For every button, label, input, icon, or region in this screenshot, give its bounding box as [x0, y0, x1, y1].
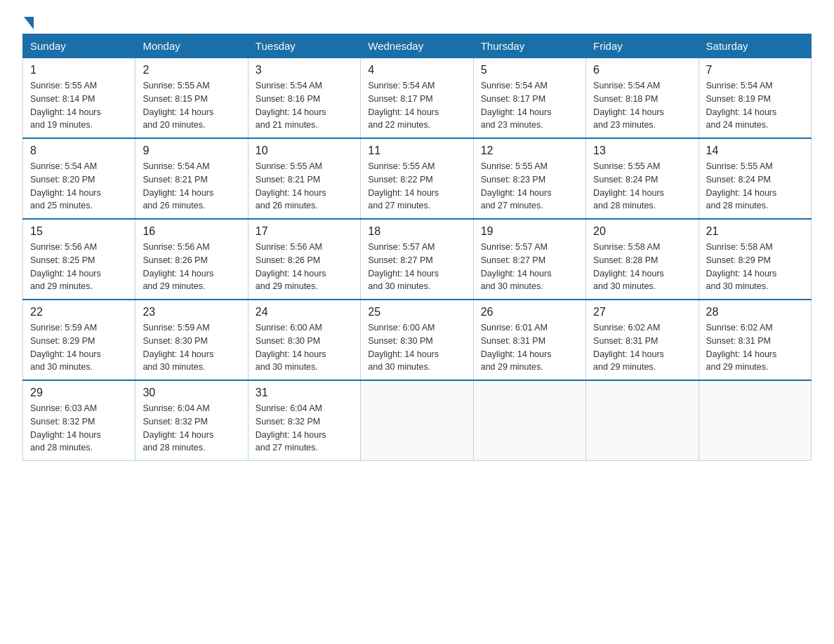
calendar-cell: 11Sunrise: 5:55 AMSunset: 8:22 PMDayligh…: [361, 138, 473, 219]
calendar-cell: 12Sunrise: 5:55 AMSunset: 8:23 PMDayligh…: [473, 138, 585, 219]
day-info: Sunrise: 6:02 AMSunset: 8:31 PMDaylight:…: [706, 321, 804, 374]
calendar-cell: 29Sunrise: 6:03 AMSunset: 8:32 PMDayligh…: [23, 380, 135, 461]
day-number: 7: [706, 64, 804, 76]
calendar-cell: 15Sunrise: 5:56 AMSunset: 8:25 PMDayligh…: [23, 219, 135, 300]
calendar-header-row: SundayMondayTuesdayWednesdayThursdayFrid…: [23, 34, 812, 58]
column-header-saturday: Saturday: [699, 34, 811, 58]
day-number: 2: [143, 64, 240, 76]
page-header: [22, 17, 812, 28]
day-number: 21: [706, 225, 804, 238]
day-number: 14: [706, 145, 804, 157]
day-info: Sunrise: 5:58 AMSunset: 8:28 PMDaylight:…: [593, 241, 691, 293]
day-info: Sunrise: 5:55 AMSunset: 8:24 PMDaylight:…: [706, 160, 804, 213]
column-header-monday: Monday: [135, 34, 248, 58]
day-number: 17: [256, 225, 353, 238]
calendar-cell: 16Sunrise: 5:56 AMSunset: 8:26 PMDayligh…: [135, 219, 248, 300]
day-info: Sunrise: 5:59 AMSunset: 8:29 PMDaylight:…: [30, 321, 128, 374]
calendar-cell: [361, 380, 473, 461]
calendar-cell: 8Sunrise: 5:54 AMSunset: 8:20 PMDaylight…: [23, 138, 135, 219]
day-info: Sunrise: 6:03 AMSunset: 8:32 PMDaylight:…: [30, 402, 128, 455]
calendar-table: SundayMondayTuesdayWednesdayThursdayFrid…: [22, 34, 812, 461]
day-info: Sunrise: 5:54 AMSunset: 8:20 PMDaylight:…: [30, 160, 128, 213]
calendar-cell: 17Sunrise: 5:56 AMSunset: 8:26 PMDayligh…: [248, 219, 360, 300]
calendar-week-4: 22Sunrise: 5:59 AMSunset: 8:29 PMDayligh…: [23, 300, 812, 380]
calendar-cell: 4Sunrise: 5:54 AMSunset: 8:17 PMDaylight…: [361, 58, 473, 139]
logo-arrow-icon: [24, 17, 34, 29]
day-info: Sunrise: 5:55 AMSunset: 8:23 PMDaylight:…: [481, 160, 578, 213]
calendar-cell: 1Sunrise: 5:55 AMSunset: 8:14 PMDaylight…: [23, 58, 135, 139]
day-info: Sunrise: 6:01 AMSunset: 8:31 PMDaylight:…: [481, 321, 578, 374]
day-info: Sunrise: 5:57 AMSunset: 8:27 PMDaylight:…: [481, 241, 578, 293]
calendar-week-3: 15Sunrise: 5:56 AMSunset: 8:25 PMDayligh…: [23, 219, 812, 300]
day-info: Sunrise: 6:00 AMSunset: 8:30 PMDaylight:…: [256, 321, 353, 374]
day-info: Sunrise: 5:54 AMSunset: 8:21 PMDaylight:…: [143, 160, 240, 213]
calendar-cell: 5Sunrise: 5:54 AMSunset: 8:17 PMDaylight…: [473, 58, 585, 139]
column-header-tuesday: Tuesday: [248, 34, 360, 58]
calendar-cell: 19Sunrise: 5:57 AMSunset: 8:27 PMDayligh…: [473, 219, 585, 300]
calendar-cell: 30Sunrise: 6:04 AMSunset: 8:32 PMDayligh…: [135, 380, 248, 461]
calendar-cell: [586, 380, 699, 461]
day-number: 15: [30, 225, 128, 238]
day-number: 16: [143, 225, 240, 238]
calendar-cell: [473, 380, 585, 461]
calendar-cell: 7Sunrise: 5:54 AMSunset: 8:19 PMDaylight…: [699, 58, 811, 139]
day-info: Sunrise: 5:55 AMSunset: 8:22 PMDaylight:…: [368, 160, 465, 213]
day-number: 3: [256, 64, 353, 76]
calendar-cell: 27Sunrise: 6:02 AMSunset: 8:31 PMDayligh…: [586, 300, 699, 380]
column-header-thursday: Thursday: [473, 34, 585, 58]
day-info: Sunrise: 5:54 AMSunset: 8:17 PMDaylight:…: [368, 79, 465, 132]
day-info: Sunrise: 6:04 AMSunset: 8:32 PMDaylight:…: [143, 402, 240, 455]
calendar-cell: 3Sunrise: 5:54 AMSunset: 8:16 PMDaylight…: [248, 58, 360, 139]
calendar-cell: 26Sunrise: 6:01 AMSunset: 8:31 PMDayligh…: [473, 300, 585, 380]
day-number: 22: [30, 306, 128, 318]
day-info: Sunrise: 5:55 AMSunset: 8:15 PMDaylight:…: [143, 79, 240, 132]
day-number: 5: [481, 64, 578, 76]
day-number: 27: [593, 306, 691, 318]
calendar-cell: [699, 380, 811, 461]
calendar-week-5: 29Sunrise: 6:03 AMSunset: 8:32 PMDayligh…: [23, 380, 812, 461]
day-number: 4: [368, 64, 465, 76]
day-number: 13: [593, 145, 691, 157]
calendar-cell: 23Sunrise: 5:59 AMSunset: 8:30 PMDayligh…: [135, 300, 248, 380]
day-info: Sunrise: 5:55 AMSunset: 8:14 PMDaylight:…: [30, 79, 128, 132]
day-info: Sunrise: 5:54 AMSunset: 8:19 PMDaylight:…: [706, 79, 804, 132]
day-info: Sunrise: 6:04 AMSunset: 8:32 PMDaylight:…: [256, 402, 353, 455]
day-number: 8: [30, 145, 128, 157]
calendar-cell: 21Sunrise: 5:58 AMSunset: 8:29 PMDayligh…: [699, 219, 811, 300]
logo: [22, 17, 35, 28]
day-number: 10: [256, 145, 353, 157]
calendar-cell: 28Sunrise: 6:02 AMSunset: 8:31 PMDayligh…: [699, 300, 811, 380]
calendar-cell: 2Sunrise: 5:55 AMSunset: 8:15 PMDaylight…: [135, 58, 248, 139]
day-number: 18: [368, 225, 465, 238]
column-header-sunday: Sunday: [23, 34, 135, 58]
day-info: Sunrise: 5:56 AMSunset: 8:26 PMDaylight:…: [256, 241, 353, 293]
day-info: Sunrise: 5:58 AMSunset: 8:29 PMDaylight:…: [706, 241, 804, 293]
calendar-cell: 10Sunrise: 5:55 AMSunset: 8:21 PMDayligh…: [248, 138, 360, 219]
day-number: 26: [481, 306, 578, 318]
day-info: Sunrise: 6:00 AMSunset: 8:30 PMDaylight:…: [368, 321, 465, 374]
day-number: 24: [256, 306, 353, 318]
column-header-friday: Friday: [586, 34, 699, 58]
calendar-cell: 20Sunrise: 5:58 AMSunset: 8:28 PMDayligh…: [586, 219, 699, 300]
calendar-cell: 9Sunrise: 5:54 AMSunset: 8:21 PMDaylight…: [135, 138, 248, 219]
day-info: Sunrise: 5:56 AMSunset: 8:26 PMDaylight:…: [143, 241, 240, 293]
day-info: Sunrise: 5:56 AMSunset: 8:25 PMDaylight:…: [30, 241, 128, 293]
day-number: 9: [143, 145, 240, 157]
calendar-cell: 6Sunrise: 5:54 AMSunset: 8:18 PMDaylight…: [586, 58, 699, 139]
calendar-cell: 22Sunrise: 5:59 AMSunset: 8:29 PMDayligh…: [23, 300, 135, 380]
day-number: 20: [593, 225, 691, 238]
calendar-week-1: 1Sunrise: 5:55 AMSunset: 8:14 PMDaylight…: [23, 58, 812, 139]
column-header-wednesday: Wednesday: [361, 34, 473, 58]
calendar-week-2: 8Sunrise: 5:54 AMSunset: 8:20 PMDaylight…: [23, 138, 812, 219]
day-info: Sunrise: 5:57 AMSunset: 8:27 PMDaylight:…: [368, 241, 465, 293]
calendar-cell: 18Sunrise: 5:57 AMSunset: 8:27 PMDayligh…: [361, 219, 473, 300]
day-info: Sunrise: 5:55 AMSunset: 8:24 PMDaylight:…: [593, 160, 691, 213]
day-number: 29: [30, 387, 128, 399]
day-number: 25: [368, 306, 465, 318]
day-number: 11: [368, 145, 465, 157]
day-number: 1: [30, 64, 128, 76]
day-info: Sunrise: 6:02 AMSunset: 8:31 PMDaylight:…: [593, 321, 691, 374]
day-info: Sunrise: 5:55 AMSunset: 8:21 PMDaylight:…: [256, 160, 353, 213]
day-number: 19: [481, 225, 578, 238]
day-info: Sunrise: 5:54 AMSunset: 8:16 PMDaylight:…: [256, 79, 353, 132]
